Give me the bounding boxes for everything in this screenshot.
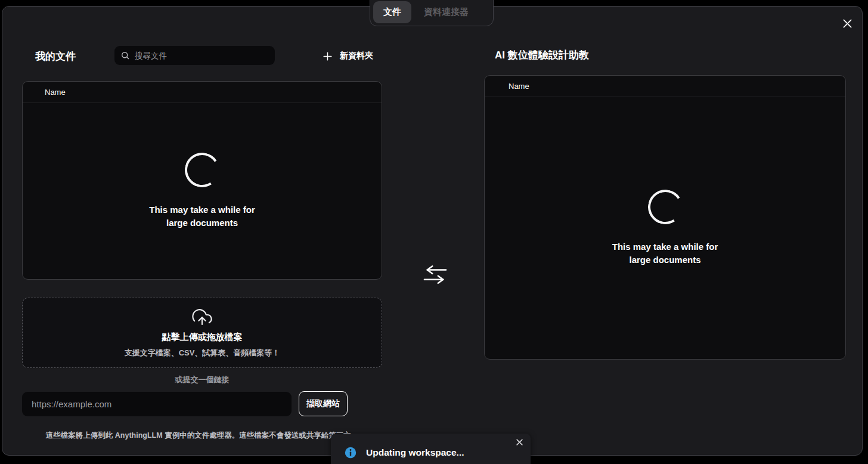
modal-tabs: 文件 資料連接器 <box>370 0 494 26</box>
documents-table-header: Name <box>23 82 382 103</box>
cloud-upload-icon <box>191 307 213 327</box>
loading-spinner-icon <box>182 149 223 190</box>
column-header-name: Name <box>45 88 66 97</box>
new-folder-button[interactable]: 新資料夾 <box>322 47 373 65</box>
dropzone-title: 點擊上傳或拖放檔案 <box>162 332 243 343</box>
loading-message: This may take a while for large document… <box>140 203 265 230</box>
move-documents-arrows <box>420 264 450 287</box>
my-documents-title: 我的文件 <box>35 50 76 63</box>
document-manager-modal: 我的文件 新資料夾 AI 數位體驗設計助教 Name This may take… <box>2 6 863 456</box>
search-icon <box>120 51 130 60</box>
documents-loading-area: This may take a while for large document… <box>23 103 382 279</box>
my-documents-panel: Name This may take a while for large doc… <box>22 81 382 280</box>
close-modal-button[interactable] <box>838 14 856 32</box>
close-icon <box>515 438 524 447</box>
workspace-loading-area: This may take a while for large document… <box>485 97 845 359</box>
workspace-title: AI 數位體驗設計助教 <box>495 48 589 62</box>
toast-notification: Updating workspace... <box>331 434 531 464</box>
plus-icon <box>322 51 333 62</box>
document-search[interactable] <box>114 46 275 65</box>
column-header-name: Name <box>509 82 529 91</box>
tab-documents[interactable]: 文件 <box>373 1 411 23</box>
loading-message: This may take a while for large document… <box>603 240 728 267</box>
submit-link-label: 或提交一個鏈接 <box>22 375 382 385</box>
workspace-documents-panel: Name This may take a while for large doc… <box>484 75 846 360</box>
screen: 我的文件 新資料夾 AI 數位體驗設計助教 Name This may take… <box>0 0 868 464</box>
dropzone-subtitle: 支援文字檔案、CSV、試算表、音頻檔案等！ <box>125 348 280 358</box>
toast-message: Updating workspace... <box>366 447 522 458</box>
fetch-website-button[interactable]: 擷取網站 <box>299 391 348 416</box>
search-input[interactable] <box>135 51 269 60</box>
transfer-arrows-icon <box>421 264 449 287</box>
close-icon <box>841 17 854 30</box>
new-folder-label: 新資料夾 <box>340 51 373 61</box>
url-input[interactable] <box>22 392 292 416</box>
toast-close-button[interactable] <box>515 438 524 447</box>
tab-data-connectors[interactable]: 資料連接器 <box>414 1 479 23</box>
upload-disclaimer: 這些檔案將上傳到此 AnythingLLM 實例中的文件處理器。這些檔案不會發送… <box>22 431 382 441</box>
info-icon <box>344 446 357 459</box>
workspace-table-header: Name <box>485 76 845 97</box>
upload-dropzone[interactable]: 點擊上傳或拖放檔案 支援文字檔案、CSV、試算表、音頻檔案等！ <box>22 298 382 368</box>
loading-spinner-icon <box>644 186 686 227</box>
